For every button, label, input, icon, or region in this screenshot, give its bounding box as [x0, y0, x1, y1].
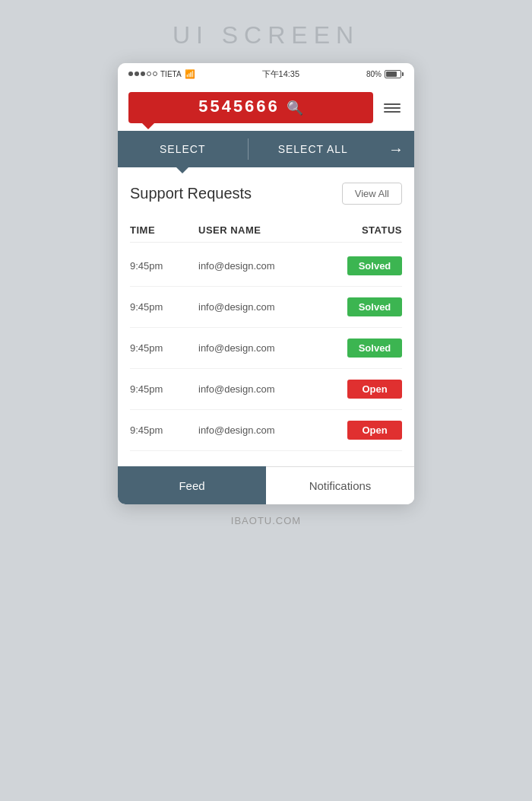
dot4 — [147, 72, 151, 76]
cell-time-0: 9:45pm — [130, 260, 198, 272]
table-row: 9:45pm info@design.com Solved — [130, 287, 402, 328]
hamburger-line3 — [384, 111, 401, 113]
hamburger-line2 — [384, 107, 401, 109]
hamburger-line1 — [384, 103, 401, 105]
nav-feed[interactable]: Feed — [118, 466, 266, 504]
tab-arrow[interactable]: → — [378, 141, 414, 158]
section-header: Support Requests View All — [130, 183, 402, 205]
main-content: Support Requests View All TIME USER NAME… — [118, 167, 414, 466]
dot3 — [141, 72, 145, 76]
menu-button[interactable] — [381, 100, 404, 116]
carrier-label: TIETA — [160, 70, 182, 78]
status-badge-0[interactable]: Solved — [347, 256, 402, 275]
table-rows: 9:45pm info@design.com Solved 9:45pm inf… — [130, 246, 402, 451]
cell-user-0: info@design.com — [198, 260, 326, 272]
cell-status-3: Open — [326, 380, 402, 399]
table-row: 9:45pm info@design.com Solved — [130, 246, 402, 287]
support-table: TIME USER NAME STATUS 9:45pm info@design… — [130, 218, 402, 451]
cell-user-4: info@design.com — [198, 424, 326, 436]
phone-frame: TIETA 📶 下午14:35 80% 5545666 🔍 S — [118, 63, 414, 504]
cell-status-1: Solved — [326, 297, 402, 316]
cell-status-0: Solved — [326, 256, 402, 275]
table-row: 9:45pm info@design.com Solved — [130, 328, 402, 369]
search-box[interactable]: 5545666 🔍 — [128, 92, 373, 123]
view-all-button[interactable]: View All — [342, 183, 402, 205]
status-badge-3[interactable]: Open — [347, 380, 402, 399]
tab-select-all[interactable]: SELECT ALL — [249, 131, 378, 167]
tabs-bar: SELECT SELECT ALL → — [118, 131, 414, 167]
status-time: 下午14:35 — [262, 68, 300, 80]
cell-time-3: 9:45pm — [130, 383, 198, 395]
search-number: 5545666 — [198, 98, 279, 117]
tab-select-all-label: SELECT ALL — [278, 143, 348, 155]
table-row: 9:45pm info@design.com Open — [130, 369, 402, 410]
battery-percent: 80% — [366, 70, 382, 78]
cell-time-4: 9:45pm — [130, 424, 198, 436]
nav-notifications[interactable]: Notifications — [266, 466, 414, 504]
footer-watermark: IBAOTU.COM — [231, 515, 301, 526]
status-left: TIETA 📶 — [128, 69, 195, 79]
col-status-header: STATUS — [326, 224, 402, 236]
tab-select[interactable]: SELECT — [118, 131, 248, 167]
header-bar: 5545666 🔍 — [118, 84, 414, 131]
battery-body — [385, 70, 401, 78]
table-row: 9:45pm info@design.com Open — [130, 410, 402, 451]
wifi-icon: 📶 — [185, 69, 195, 79]
arrow-icon: → — [388, 141, 404, 158]
signal-dots — [128, 72, 157, 76]
cell-status-4: Open — [326, 421, 402, 440]
cell-user-2: info@design.com — [198, 342, 326, 354]
col-time-header: TIME — [130, 224, 198, 236]
battery-icon — [385, 70, 404, 78]
status-badge-4[interactable]: Open — [347, 421, 402, 440]
status-badge-1[interactable]: Solved — [347, 297, 402, 316]
table-header: TIME USER NAME STATUS — [130, 218, 402, 243]
status-bar: TIETA 📶 下午14:35 80% — [118, 63, 414, 84]
dot1 — [128, 72, 133, 76]
nav-feed-label: Feed — [179, 479, 204, 492]
dot5 — [153, 72, 157, 76]
cell-user-1: info@design.com — [198, 301, 326, 313]
status-right: 80% — [366, 70, 404, 78]
col-user-header: USER NAME — [198, 224, 326, 236]
nav-notifications-label: Notifications — [309, 479, 372, 492]
bottom-nav: Feed Notifications — [118, 466, 414, 504]
cell-status-2: Solved — [326, 339, 402, 358]
status-badge-2[interactable]: Solved — [347, 339, 402, 358]
cell-time-1: 9:45pm — [130, 301, 198, 313]
search-icon[interactable]: 🔍 — [287, 100, 303, 116]
dot2 — [135, 72, 139, 76]
battery-tip — [402, 72, 404, 76]
section-title: Support Requests — [130, 185, 252, 202]
battery-fill — [386, 72, 397, 77]
cell-time-2: 9:45pm — [130, 342, 198, 354]
page-title: UI SCREEN — [173, 21, 359, 49]
cell-user-3: info@design.com — [198, 383, 326, 395]
tab-select-label: SELECT — [160, 143, 205, 155]
